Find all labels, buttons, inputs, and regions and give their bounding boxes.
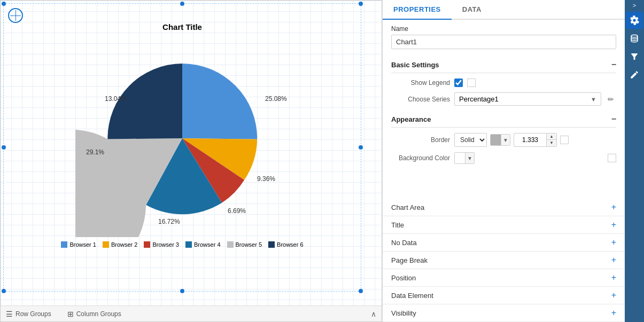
appearance-header: Appearance −	[391, 111, 616, 128]
appearance-toggle[interactable]: −	[611, 114, 616, 124]
section-page-break[interactable]: Page Break +	[383, 252, 625, 269]
properties-panel: PROPERTIES DATA Name Basic Settings − Sh	[383, 0, 625, 322]
basic-settings-title: Basic Settings	[391, 61, 439, 69]
canvas-area: Chart Title	[0, 0, 382, 322]
bg-color-arrow[interactable]: ▼	[465, 153, 474, 163]
name-input[interactable]	[391, 35, 616, 49]
pct-label-b6: 13.04%	[105, 95, 127, 103]
show-legend-row: Show Legend	[391, 78, 616, 87]
edit-icon-btn[interactable]	[626, 66, 643, 83]
pct-label-b5: 29.1%	[86, 148, 104, 156]
column-groups-label: Column Groups	[76, 310, 121, 318]
border-width-up[interactable]: ▲	[547, 133, 556, 140]
border-color-swatch[interactable]: ▼	[490, 134, 510, 146]
database-icon-btn[interactable]	[626, 30, 643, 47]
section-data-element-label: Data Element	[391, 292, 433, 300]
section-visibility[interactable]: Visibility +	[383, 304, 625, 322]
section-visibility-plus: +	[611, 308, 616, 318]
border-settings: Solid ▼ ▲ ▼	[454, 133, 569, 147]
legend-label-b5: Browser 5	[236, 241, 262, 248]
collapse-btn[interactable]: ∧	[371, 310, 376, 318]
background-row: Background Color ▼	[391, 152, 616, 164]
section-data-element-plus: +	[611, 290, 616, 300]
bg-checkbox[interactable]	[608, 154, 616, 162]
border-color-box	[491, 135, 501, 145]
section-no-data-label: No Data	[391, 239, 417, 247]
section-chart-area[interactable]: Chart Area +	[383, 199, 625, 216]
legend-item-b1: Browser 1	[61, 241, 96, 248]
corner-handle-br[interactable]	[359, 289, 363, 293]
section-no-data[interactable]: No Data +	[383, 234, 625, 252]
tab-data[interactable]: DATA	[452, 0, 492, 20]
section-title[interactable]: Title +	[383, 216, 625, 234]
section-position-label: Position	[391, 274, 416, 282]
column-groups-icon: ⊞	[67, 310, 74, 318]
gear-icon-btn[interactable]	[626, 12, 643, 29]
border-width-down[interactable]: ▼	[547, 140, 556, 146]
chart-title: Chart Title	[4, 22, 361, 32]
legend-color-b5	[227, 241, 234, 248]
legend-label-b1: Browser 1	[69, 241, 96, 248]
legend-item-b2: Browser 2	[103, 241, 138, 248]
border-color-arrow[interactable]: ▼	[501, 135, 510, 145]
section-data-element[interactable]: Data Element +	[383, 287, 625, 304]
legend-label-b6: Browser 6	[277, 241, 304, 248]
legend-label-b2: Browser 2	[111, 241, 138, 248]
series-select-dropdown[interactable]: Percentage1 ▼	[454, 92, 601, 106]
corner-handle-bm[interactable]	[180, 289, 184, 293]
border-width-input[interactable]	[514, 135, 546, 145]
crosshair-icon[interactable]	[8, 8, 23, 23]
panel-expand-btn[interactable]: >	[630, 2, 639, 9]
series-value: Percentage1	[459, 95, 499, 103]
corner-handle-mr[interactable]	[359, 145, 363, 150]
background-label: Background Color	[391, 154, 450, 162]
tab-properties[interactable]: PROPERTIES	[383, 0, 452, 20]
legend-label-b4: Browser 4	[194, 241, 221, 248]
chart-legend: Browser 1 Browser 2 Browser 3 Browser 4	[61, 241, 303, 248]
legend-color-b4	[185, 241, 192, 248]
series-dropdown-arrow: ▼	[591, 96, 596, 103]
name-label: Name	[391, 25, 616, 33]
section-title-label: Title	[391, 221, 404, 229]
legend-item-b6: Browser 6	[268, 241, 304, 248]
bottom-bar: ☰ Row Groups ⊞ Column Groups ∧	[1, 305, 382, 321]
bg-color-box	[455, 153, 465, 163]
pct-label-b1: 25.08%	[265, 95, 287, 103]
section-title-plus: +	[611, 220, 616, 230]
choose-series-label: Choose Series	[391, 96, 450, 103]
appearance-section: Appearance − Border Solid ▼	[391, 111, 616, 164]
section-chart-area-label: Chart Area	[391, 203, 424, 211]
sidebar-icon-panel: >	[625, 0, 644, 322]
corner-handle-tm[interactable]	[180, 2, 184, 6]
section-position-plus: +	[611, 273, 616, 282]
corner-handle-bl[interactable]	[2, 289, 6, 293]
bg-color-swatch[interactable]: ▼	[454, 152, 475, 164]
show-legend-checkbox[interactable]	[454, 78, 463, 87]
border-width-input-wrap: ▲ ▼	[514, 133, 557, 147]
section-chart-area-plus: +	[611, 202, 616, 212]
border-checkbox[interactable]	[560, 136, 569, 144]
extra-checkbox-1[interactable]	[467, 78, 476, 87]
basic-settings-toggle[interactable]: −	[611, 60, 616, 69]
collapsible-sections: Chart Area + Title + No Data + Page Brea…	[383, 199, 625, 322]
corner-handle-tl[interactable]	[2, 2, 6, 6]
legend-color-b2	[103, 241, 109, 248]
row-groups-item: ☰ Row Groups	[6, 310, 51, 318]
series-edit-button[interactable]: ✏	[606, 94, 616, 105]
svg-point-0	[631, 35, 638, 37]
section-page-break-label: Page Break	[391, 256, 428, 264]
border-width-spinners: ▲ ▼	[546, 133, 556, 146]
slice-browser1	[182, 64, 257, 139]
section-page-break-plus: +	[611, 255, 616, 265]
section-visibility-label: Visibility	[391, 309, 416, 317]
pct-label-b3: 6.69%	[228, 207, 246, 215]
section-position[interactable]: Position +	[383, 269, 625, 287]
border-style-select[interactable]: Solid	[454, 133, 487, 147]
column-groups-item: ⊞ Column Groups	[67, 310, 121, 318]
corner-handle-ml[interactable]	[2, 145, 6, 150]
row-groups-icon: ☰	[6, 310, 13, 318]
legend-label-b3: Browser 3	[152, 241, 179, 248]
filter-icon-btn[interactable]	[626, 48, 643, 65]
basic-settings-header: Basic Settings −	[391, 57, 616, 73]
corner-handle-tr[interactable]	[359, 2, 363, 6]
